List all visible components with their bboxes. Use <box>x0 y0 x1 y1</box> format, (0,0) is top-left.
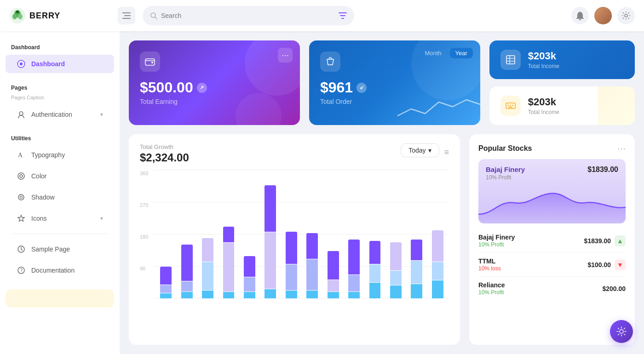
sidebar-item-typography[interactable]: A Typography <box>6 146 114 164</box>
stock-reliance-right: $200.00 <box>602 285 626 292</box>
svg-rect-11 <box>340 15 345 16</box>
svg-rect-37 <box>512 105 513 106</box>
dashboard-label: Dashboard <box>31 60 65 68</box>
sidebar-item-dashboard[interactable]: Dashboard <box>6 55 114 73</box>
chart-header: Total Growth $2,324.00 Today ▾ ≡ <box>140 143 449 164</box>
stock-bajaj-profit: 10% Profit <box>478 241 515 248</box>
order-card-icon <box>320 51 340 72</box>
icons-chevron: ▾ <box>100 215 103 222</box>
bar-blue-14 <box>432 280 443 298</box>
bar-light-1 <box>160 285 172 293</box>
stocks-menu-button[interactable]: ⋯ <box>617 143 626 154</box>
svg-text:?: ? <box>20 268 23 273</box>
bar-light-5 <box>244 277 255 291</box>
bar-group-13 <box>407 170 426 298</box>
stock-list: Bajaj Finery 10% Profit $1839.00 ▲ TTML … <box>478 229 626 300</box>
bar-blue-1 <box>160 293 172 298</box>
fab-icon <box>616 326 627 337</box>
app-body: Dashboard Dashboard Pages Pages Caption … <box>0 31 644 354</box>
bar-purple-13 <box>411 240 422 260</box>
svg-point-13 <box>579 19 581 21</box>
featured-stock-price: $1839.00 <box>587 166 618 174</box>
y-label-180: 180 <box>140 234 148 240</box>
bar-group-9 <box>323 170 342 298</box>
featured-stock-profit: 10% Profit <box>486 174 525 181</box>
y-label-360: 360 <box>140 171 148 176</box>
sidebar-item-color[interactable]: Color <box>6 167 114 185</box>
header-right <box>571 7 635 24</box>
bar-purple-10 <box>348 240 360 274</box>
total-order-card: Month Year $961 ↙ Total Order <box>309 40 480 125</box>
bar-light-8 <box>306 259 318 290</box>
order-badge: ↙ <box>356 83 367 93</box>
featured-stock-card: Bajaj Finery 10% Profit $1839.00 <box>478 159 626 223</box>
right-cards: $203k Total Income <box>489 40 635 125</box>
notification-button[interactable] <box>571 7 589 24</box>
earning-badge: ↗ <box>197 83 207 93</box>
y-label-90: 90 <box>140 266 148 271</box>
year-toggle[interactable]: Year <box>450 48 473 58</box>
sidebar-item-shadow[interactable]: Shadow <box>6 188 114 206</box>
bar-light-10 <box>348 275 360 291</box>
earning-card-icon <box>140 51 160 72</box>
stock-reliance-name: Reliance <box>478 281 505 289</box>
sidebar-item-sample-page[interactable]: Sample Page <box>6 240 114 258</box>
bar-purple-2 <box>181 245 193 280</box>
dashboard-icon <box>17 59 26 69</box>
svg-point-22 <box>20 196 23 199</box>
search-input[interactable] <box>161 12 335 19</box>
typography-icon: A <box>17 150 26 160</box>
search-bar <box>143 6 354 25</box>
bar-chart: 360 270 180 90 <box>140 170 449 298</box>
sidebar-divider <box>11 234 109 234</box>
auth-chevron: ▾ <box>100 111 103 118</box>
sidebar-item-icons[interactable]: Icons ▾ <box>6 209 114 228</box>
avatar[interactable] <box>594 7 612 24</box>
chart-menu-button[interactable]: ≡ <box>444 148 449 157</box>
svg-rect-12 <box>341 18 344 19</box>
bajaj-up-arrow: ▲ <box>615 235 626 246</box>
filter-icon[interactable] <box>339 12 347 19</box>
fab-button[interactable] <box>610 320 633 343</box>
bar-light-7 <box>286 264 297 290</box>
bar-group-1 <box>156 170 175 298</box>
month-year-toggle: Month Year <box>419 48 472 58</box>
today-filter-button[interactable]: Today ▾ <box>401 143 439 157</box>
chart-controls: Today ▾ ≡ <box>401 143 449 157</box>
bar-purple-4 <box>223 227 235 242</box>
earning-card-menu[interactable]: ⋯ <box>278 48 293 63</box>
svg-line-25 <box>21 249 23 251</box>
month-toggle[interactable]: Month <box>419 48 447 58</box>
featured-stock-name: Bajaj Finery <box>486 166 525 173</box>
bar-light-9 <box>328 280 339 291</box>
bar-group-5 <box>240 170 259 298</box>
bar-purple-12 <box>390 242 402 271</box>
income-bottom-label: Total Income <box>528 109 559 115</box>
hamburger-button[interactable] <box>118 7 135 24</box>
income-card-top: $203k Total Income <box>489 40 635 79</box>
y-label-270: 270 <box>140 202 148 208</box>
income-top-info: $203k Total Income <box>528 50 559 69</box>
search-icon <box>150 12 157 19</box>
income-top-icon <box>500 50 521 70</box>
stocks-header: Popular Stocks ⋯ <box>478 143 626 154</box>
svg-rect-35 <box>507 105 509 106</box>
bar-light-14 <box>432 262 443 280</box>
sidebar-item-documentation[interactable]: ? Documentation <box>6 261 114 280</box>
income-top-label: Total Income <box>528 63 559 69</box>
sample-page-label: Sample Page <box>31 246 70 253</box>
today-chevron: ▾ <box>428 147 431 154</box>
bar-purple-7 <box>286 232 297 264</box>
bar-blue-7 <box>286 291 297 298</box>
chart-amount: $2,324.00 <box>140 151 189 164</box>
stock-bajaj-info: Bajaj Finery 10% Profit <box>478 234 515 248</box>
chart-section-title: Total Growth <box>140 143 189 150</box>
svg-point-14 <box>625 14 627 17</box>
bar-blue-3 <box>202 291 213 298</box>
stocks-title: Popular Stocks <box>478 144 532 153</box>
sidebar-item-authentication[interactable]: Authentication ▾ <box>6 105 114 124</box>
logo-area: BERRY <box>9 7 110 24</box>
settings-button[interactable] <box>617 7 635 24</box>
svg-point-3 <box>18 14 23 19</box>
docs-icon: ? <box>17 266 26 275</box>
